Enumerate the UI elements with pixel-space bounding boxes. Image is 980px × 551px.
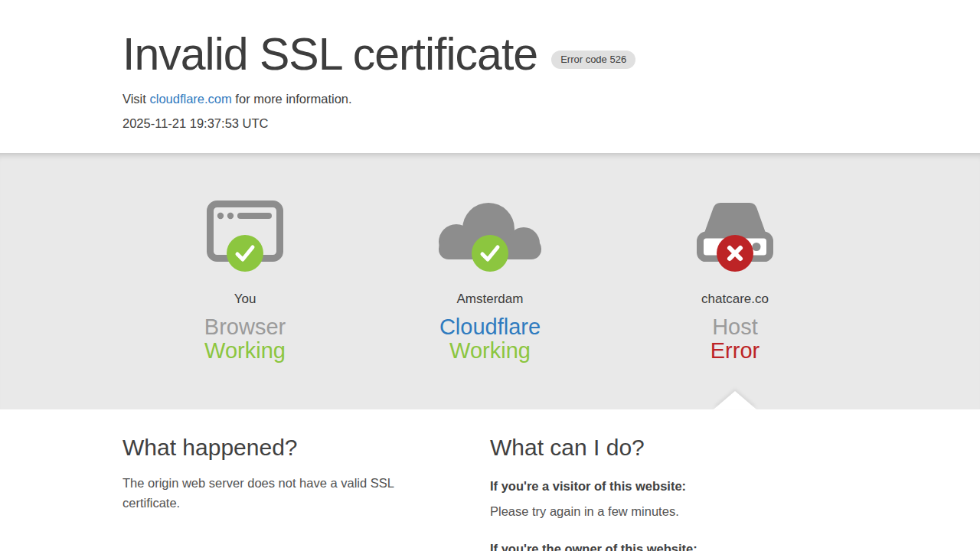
check-icon [227, 235, 263, 272]
title-row: Invalid SSL certificate Error code 526 [122, 0, 858, 80]
node-state: Working [122, 339, 368, 363]
error-code-badge: Error code 526 [551, 51, 635, 69]
node-name: Amsterdam [368, 292, 612, 307]
node-name: chatcare.co [612, 292, 858, 307]
node-role: Host [612, 315, 858, 339]
visit-line: Visit cloudflare.com for more informatio… [122, 92, 858, 106]
owner-label: If you're the owner of this website: [490, 540, 858, 551]
node-role: Browser [122, 315, 368, 339]
check-circle-icon [227, 235, 263, 272]
timestamp: 2025-11-21 19:37:53 UTC [122, 116, 858, 131]
visitor-label: If you're a visitor of this website: [490, 478, 858, 494]
visit-suffix: for more information. [232, 92, 352, 106]
what-happened-heading: What happened? [122, 434, 490, 461]
what-can-i-do-column: What can I do? If you're a visitor of th… [490, 434, 858, 551]
status-section: You Browser Working [0, 153, 980, 409]
status-column-browser: You Browser Working [122, 201, 368, 363]
what-happened-column: What happened? The origin web server doe… [122, 434, 490, 551]
visitor-body: Please try again in a few minutes. [490, 503, 858, 520]
check-circle-icon [472, 235, 508, 272]
what-can-i-do-heading: What can I do? [490, 434, 858, 461]
status-column-cloudflare: Amsterdam Cloudflare Working [368, 201, 612, 363]
details-section: What happened? The origin web server doe… [0, 409, 980, 551]
cloudflare-role-link[interactable]: Cloudflare [439, 315, 541, 339]
cross-icon [717, 235, 753, 272]
node-name: You [122, 292, 368, 307]
visit-prefix: Visit [122, 92, 149, 106]
check-icon [472, 235, 508, 272]
node-role: Cloudflare [368, 315, 612, 339]
cloudflare-link[interactable]: cloudflare.com [149, 92, 231, 106]
section-pointer-triangle [714, 391, 756, 409]
node-state: Working [368, 339, 612, 363]
node-state: Error [612, 339, 858, 363]
status-column-host: chatcare.co Host Error [612, 201, 858, 363]
what-happened-body: The origin web server does not have a va… [122, 473, 452, 513]
page-title: Invalid SSL certificate [122, 29, 537, 80]
error-circle-icon [717, 235, 753, 272]
header-section: Invalid SSL certificate Error code 526 V… [0, 0, 980, 153]
